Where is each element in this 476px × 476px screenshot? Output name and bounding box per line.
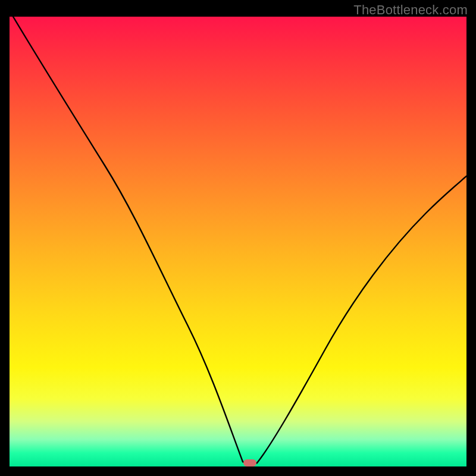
- watermark-text: TheBottleneck.com: [353, 2, 468, 18]
- plot-area: [10, 17, 466, 466]
- bottleneck-curve: [10, 17, 466, 466]
- chart-frame: TheBottleneck.com: [0, 0, 476, 476]
- bottleneck-marker: [243, 459, 256, 466]
